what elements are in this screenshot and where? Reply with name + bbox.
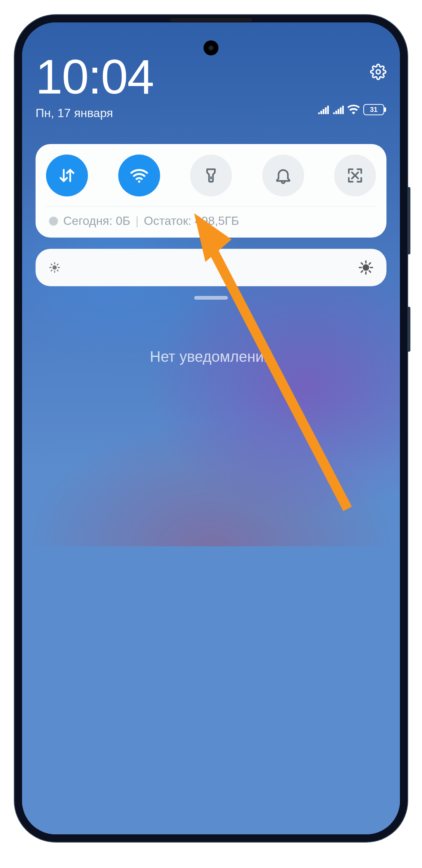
mobile-data-icon [57, 166, 77, 185]
status-date: Пн, 17 января [36, 106, 153, 120]
power-button [407, 307, 410, 352]
signal-sim2-icon [333, 105, 344, 114]
screenshot-icon [346, 166, 364, 185]
data-usage-remaining: Остаток: 498,5ГБ [144, 214, 239, 228]
no-notifications-text: Нет уведомлений [36, 348, 386, 365]
toggle-mobile-data[interactable] [46, 155, 88, 196]
svg-line-17 [361, 263, 363, 265]
wifi-icon [129, 165, 150, 186]
data-usage-dot-icon [49, 217, 58, 226]
toggle-screenshot[interactable] [334, 155, 376, 196]
svg-line-19 [361, 271, 363, 272]
svg-line-8 [51, 264, 52, 265]
svg-line-18 [369, 271, 371, 272]
toggle-flashlight[interactable] [190, 155, 232, 196]
clock-time: 10:04 [36, 52, 153, 101]
brightness-low-icon [48, 261, 61, 274]
toggle-wifi[interactable] [118, 155, 160, 196]
flashlight-icon [202, 166, 220, 185]
wifi-status-icon [348, 105, 360, 114]
battery-indicator: 31 [363, 104, 384, 115]
svg-point-12 [363, 265, 369, 270]
data-usage-row[interactable]: Сегодня: 0Б | Остаток: 498,5ГБ [46, 213, 376, 231]
brightness-slider[interactable] [36, 249, 386, 286]
svg-point-0 [376, 70, 380, 74]
screen: 10:04 Пн, 17 января 31 [22, 22, 400, 834]
svg-line-11 [57, 264, 58, 265]
earpiece [170, 18, 252, 22]
volume-button [407, 187, 410, 254]
svg-point-3 [53, 266, 56, 269]
signal-sim1-icon [318, 105, 329, 114]
settings-button[interactable] [370, 64, 386, 80]
quick-settings-panel: Сегодня: 0Б | Остаток: 498,5ГБ [36, 144, 386, 238]
panel-divider [46, 206, 376, 207]
data-usage-today: Сегодня: 0Б [63, 214, 130, 228]
brightness-high-icon [358, 260, 374, 275]
status-bar-icons: 31 [318, 104, 384, 115]
separator: | [135, 214, 138, 228]
svg-line-20 [369, 263, 371, 265]
drag-handle[interactable] [194, 296, 228, 300]
front-camera-notch [204, 40, 218, 55]
phone-frame: 10:04 Пн, 17 января 31 [15, 15, 407, 842]
svg-point-1 [138, 180, 140, 183]
battery-percent: 31 [370, 106, 377, 114]
svg-line-9 [57, 270, 58, 271]
svg-line-10 [51, 270, 52, 271]
toggle-do-not-disturb[interactable] [262, 155, 304, 196]
bell-icon [274, 166, 293, 185]
